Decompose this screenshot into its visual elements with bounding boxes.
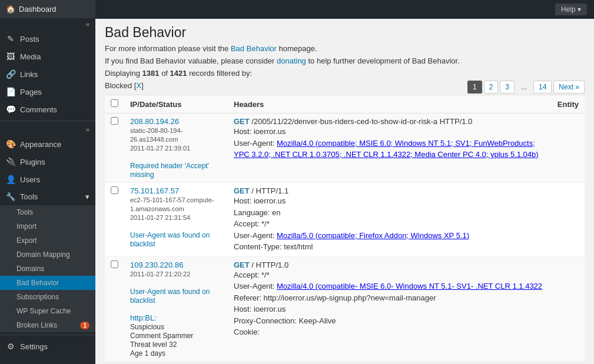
help-button[interactable]: Help ▾	[555, 4, 587, 15]
row3-method: GET	[234, 261, 250, 269]
row1-method: GET	[234, 117, 250, 126]
row2-ua-link[interactable]: Mozilla/5.0 (compatible; Firefox Addon; …	[277, 231, 469, 240]
row1-ip-host: static-208-80-194-26.as13448.com	[130, 127, 182, 143]
sidebar-item-subscriptions[interactable]: Subscriptions	[0, 290, 95, 304]
media-label: Media	[20, 52, 41, 61]
row2-ip-host: ec2-75-101-167-57.compute-1.amazonaws.co…	[130, 196, 214, 212]
row1-checkbox[interactable]	[111, 117, 118, 125]
col-headers: Headers	[228, 95, 552, 113]
blocked-link[interactable]: X	[136, 81, 141, 90]
sidebar-item-wp-super-cache[interactable]: WP Super Cache	[0, 304, 95, 318]
row3-accept: Accept: */*	[234, 269, 546, 281]
sidebar-item-media[interactable]: 🖼 Media	[0, 48, 95, 65]
row2-entity	[552, 183, 585, 257]
domains-label: Domains	[16, 265, 44, 273]
row3-path: / HTTP/1.0	[250, 261, 288, 269]
row2-ua: User-Agent: Mozilla/5.0 (compatible; Fir…	[234, 230, 546, 242]
dashboard-icon: 🏠	[6, 5, 15, 14]
bad-behavior-link[interactable]: Bad Behavior	[231, 44, 277, 53]
wp-super-cache-label: WP Super Cache	[16, 307, 71, 315]
info-text-2: If you find Bad Behavior valuable, pleas…	[105, 56, 585, 65]
links-icon: 🔗	[6, 69, 15, 79]
row3-age: Age 1 days	[130, 349, 165, 358]
sidebar-item-comments[interactable]: 💬 Comments	[0, 101, 95, 118]
content-area: Bad Behavior For more information please…	[95, 19, 594, 364]
tools-icon: 🔧	[6, 192, 15, 201]
divider-2	[0, 335, 95, 335]
row2-checkbox[interactable]	[111, 186, 118, 194]
sidebar-item-appearance[interactable]: 🎨 Appearance	[0, 135, 95, 153]
divider-1	[0, 121, 95, 121]
page-14[interactable]: 14	[533, 81, 552, 93]
sidebar-item-pages[interactable]: 📄 Pages	[0, 83, 95, 101]
row3-http-bl[interactable]: http:BL:	[130, 313, 157, 322]
sidebar-item-tools-header[interactable]: 🔧 Tools ▾	[0, 188, 95, 205]
row3-datetime: 2011-01-27 21:20:22	[130, 271, 190, 278]
row2-path: / HTTP/1.1	[250, 186, 288, 195]
broken-links-label: Broken Links	[16, 321, 57, 329]
row1-check	[105, 113, 124, 183]
row2-ip-link[interactable]: 75.101.167.57	[130, 186, 179, 195]
row1-datetime: 2011-01-27 21:39:01	[130, 145, 190, 152]
row2-accept: Accept: */*	[234, 218, 546, 230]
row1-ua: User-Agent: Mozilla/4.0 (compatible; MSI…	[234, 138, 546, 161]
row1-host: Host: ioerror.us	[234, 126, 546, 138]
table-row: 208.80.194.26 static-208-80-194-26.as134…	[105, 113, 585, 183]
page-1[interactable]: 1	[467, 81, 482, 93]
appearance-icon: 🎨	[6, 139, 15, 149]
dashboard-item[interactable]: 🏠 Dashboard	[0, 0, 95, 18]
row1-ua-link[interactable]: Mozilla/4.0 (compatible; MSIE 6.0; Windo…	[234, 139, 539, 159]
table-row: 75.101.167.57 ec2-75-101-167-57.compute-…	[105, 183, 585, 257]
next-button[interactable]: Next »	[553, 81, 585, 93]
sidebar-item-plugins[interactable]: 🔌 Plugins	[0, 153, 95, 171]
sidebar-item-tools[interactable]: Tools	[0, 205, 95, 219]
stats-row: Displaying 1381 of 1421 records filtered…	[105, 69, 585, 95]
row3-entity	[552, 256, 585, 361]
displaying-info: Displaying 1381 of 1421 records filtered…	[105, 69, 585, 78]
domain-mapping-label: Domain Mapping	[16, 251, 70, 259]
row2-status-link[interactable]: User-Agent was found on blacklist	[130, 231, 210, 248]
sidebar-collapse-1[interactable]: «	[0, 18, 95, 30]
sidebar-item-broken-links[interactable]: Broken Links 1	[0, 318, 95, 332]
row3-status-link[interactable]: User-Agent was found on blacklist	[130, 288, 210, 305]
row3-ip-date: 109.230.220.86 2011-01-27 21:20:22 User-…	[124, 256, 228, 361]
page-2[interactable]: 2	[484, 81, 499, 93]
posts-label: Posts	[20, 35, 39, 44]
posts-icon: ✎	[6, 34, 15, 44]
row1-entity	[552, 113, 585, 183]
row2-content-type: Content-Type: text/html	[234, 241, 546, 253]
sidebar-item-posts[interactable]: ✎ Posts	[0, 30, 95, 48]
select-all-checkbox[interactable]	[111, 99, 118, 107]
row3-ip-link[interactable]: 109.230.220.86	[130, 261, 183, 269]
sidebar-item-export[interactable]: Export	[0, 233, 95, 248]
sidebar-item-links[interactable]: 🔗 Links	[0, 65, 95, 83]
row3-ua-link[interactable]: Mozilla/4.0 (compatible- MSIE 6.0- Windo…	[277, 282, 542, 290]
row2-check	[105, 183, 124, 257]
row1-ip-date: 208.80.194.26 static-208-80-194-26.as134…	[124, 113, 228, 183]
row3-checkbox[interactable]	[111, 261, 118, 268]
sidebar-item-import[interactable]: Import	[0, 219, 95, 233]
sidebar-item-users[interactable]: 👤 Users	[0, 171, 95, 188]
sidebar-collapse-2[interactable]: «	[0, 123, 95, 135]
donating-link[interactable]: donating	[277, 56, 306, 65]
comments-icon: 💬	[6, 105, 15, 114]
row2-method: GET	[234, 186, 250, 195]
row3-host: Host: ioerror.us	[234, 303, 546, 315]
row2-headers: GET / HTTP/1.1 Host: ioerror.us Language…	[228, 183, 552, 257]
sidebar-item-domains[interactable]: Domains	[0, 262, 95, 276]
row1-ip-link[interactable]: 208.80.194.26	[130, 117, 179, 126]
links-label: Links	[20, 70, 38, 79]
row3-referer: Referer: http://ioerror.us/wp-signup.php…	[234, 292, 546, 304]
row3-headers: GET / HTTP/1.0 Accept: */* User-Agent: M…	[228, 256, 552, 361]
sidebar-item-settings[interactable]: ⚙ Settings	[0, 338, 95, 355]
table-row: 109.230.220.86 2011-01-27 21:20:22 User-…	[105, 256, 585, 361]
dashboard-label: Dashboard	[19, 5, 57, 14]
row1-status-link[interactable]: Required header 'Accept' missing	[130, 162, 209, 179]
sidebar-item-bad-behavior[interactable]: Bad Behavior	[0, 276, 95, 290]
plugins-label: Plugins	[20, 158, 45, 166]
sidebar-item-domain-mapping[interactable]: Domain Mapping	[0, 248, 95, 262]
main-content: Help ▾ Bad Behavior For more information…	[95, 0, 594, 364]
export-label: Export	[16, 236, 37, 245]
page-3[interactable]: 3	[500, 81, 515, 93]
settings-icon: ⚙	[6, 342, 15, 351]
